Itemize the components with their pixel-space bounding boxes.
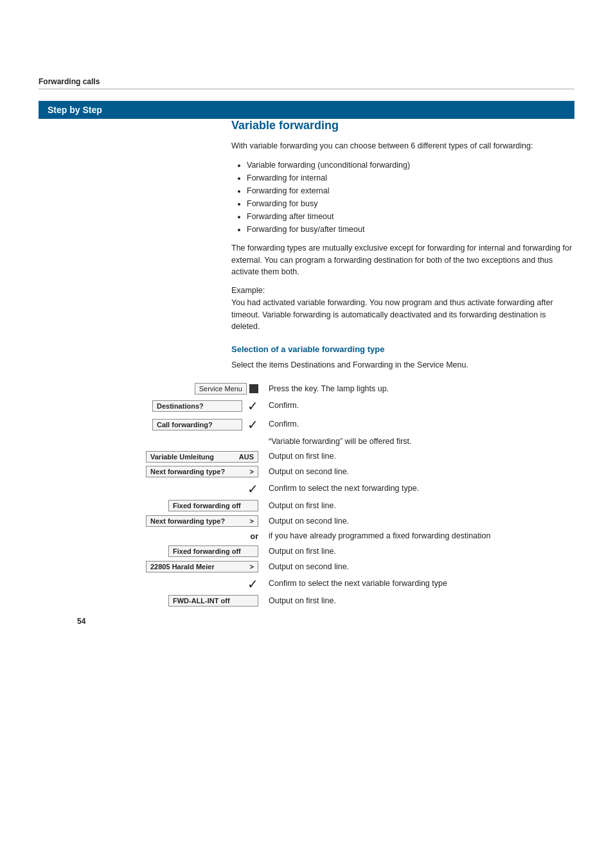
step-row: Destinations?✓Confirm. [39,398,574,414]
step-left: or [77,532,263,541]
step-right: “Variable forwarding” will be offered fi… [263,436,536,448]
left-column [39,119,225,378]
page-number: 54 [77,617,574,626]
example-para: Example: You had activated variable forw… [231,285,574,333]
ui-display-box-wide: Next forwarding type?> [146,515,258,527]
step-row: Next forwarding type?>Output on second l… [39,466,574,478]
step-right: if you have already programmed a fixed f… [263,530,536,542]
section-title: Forwarding calls [39,77,574,89]
checkmark-icon: ✓ [247,481,258,497]
ui-key-box: Service Menu [195,383,247,394]
example-label: Example: [231,286,265,295]
right-column: Variable forwarding With variable forwar… [225,119,574,378]
ui-display-box: Fixed forwarding off [168,545,258,557]
step-right: Press the key. The lamp lights up. [263,383,536,395]
page: Forwarding calls Step by Step Variable f… [0,0,613,664]
step-right: Output on second line. [263,515,536,527]
ui-display-box: Call forwarding? [152,419,242,430]
main-heading: Variable forwarding [231,119,574,132]
step-row: Variable UmleitungAUSOutput on first lin… [39,450,574,463]
step-row: “Variable forwarding” will be offered fi… [39,436,574,448]
step-by-step-header: Step by Step [39,101,574,119]
ui-display-box: Destinations? [152,400,242,412]
step-left: Destinations?✓ [77,398,263,414]
step-row: Fixed forwarding offOutput on first line… [39,500,574,512]
or-label: or [251,532,259,541]
step-row: ✓Confirm to select the next forwarding t… [39,481,574,497]
step-row: 22805 Harald Meier>Output on second line… [39,561,574,573]
bullet-list: Variable forwarding (unconditional forwa… [247,159,574,236]
step-right: Output on second line. [263,561,536,573]
ui-display-box-wide: Next forwarding type?> [146,466,258,477]
bullet-item: Forwarding for external [247,184,574,197]
step-left: ✓ [77,576,263,592]
main-layout: Variable forwarding With variable forwar… [39,119,574,378]
ui-display-box: Fixed forwarding off [168,500,258,511]
step-right: Output on first line. [263,500,536,512]
bullet-item: Forwarding for busy [247,197,574,210]
step-right: Output on second line. [263,466,536,478]
example-text: You had activated variable forwarding. Y… [231,298,553,332]
step-left: Fixed forwarding off [77,500,263,511]
step-row: FWD-ALL-INT offOutput on first line. [39,595,574,607]
step-left: Variable UmleitungAUS [77,451,263,463]
step-left: Fixed forwarding off [77,545,263,557]
step-right: Confirm to select the next forwarding ty… [263,483,536,495]
step-right: Output on first line. [263,450,536,463]
step-left: 22805 Harald Meier> [77,561,263,572]
key-square-icon [249,384,258,393]
checkmark-icon: ✓ [247,576,258,592]
step-left: FWD-ALL-INT off [77,595,263,607]
step-row: Next forwarding type?>Output on second l… [39,515,574,527]
steps-container: Service MenuPress the key. The lamp ligh… [39,383,574,607]
step-right: Confirm. [263,418,536,430]
step-right: Confirm to select the next variable forw… [263,578,536,590]
ui-display-box: FWD-ALL-INT off [168,595,258,607]
step-row: Call forwarding?✓Confirm. [39,417,574,432]
para1: The forwarding types are mutually exclus… [231,242,574,278]
step-right: Output on first line. [263,545,536,558]
bullet-item: Forwarding after timeout [247,210,574,223]
bullet-item: Variable forwarding (unconditional forwa… [247,159,574,172]
intro-text: With variable forwarding you can choose … [231,140,574,152]
step-left: Next forwarding type?> [77,466,263,477]
bullet-item: Forwarding for internal [247,172,574,184]
step-row: orif you have already programmed a fixed… [39,530,574,542]
ui-display-box-wide: Variable UmleitungAUS [146,451,258,463]
step-left: Call forwarding?✓ [77,417,263,432]
step-right: Output on first line. [263,595,536,607]
sub-heading: Selection of a variable forwarding type [231,344,574,354]
step-left: Next forwarding type?> [77,515,263,527]
step-left: Service Menu [77,383,263,394]
checkmark-icon: ✓ [247,417,258,432]
sub-intro: Select the items Destinations and Forwar… [231,359,574,371]
step-right: Confirm. [263,400,536,412]
bullet-item: Forwarding for busy/after timeout [247,223,574,236]
step-row: Fixed forwarding offOutput on first line… [39,545,574,558]
step-left: ✓ [77,481,263,497]
ui-display-box-wide: 22805 Harald Meier> [146,561,258,572]
step-row: Service MenuPress the key. The lamp ligh… [39,383,574,395]
checkmark-icon: ✓ [247,398,258,414]
step-row: ✓Confirm to select the next variable for… [39,576,574,592]
